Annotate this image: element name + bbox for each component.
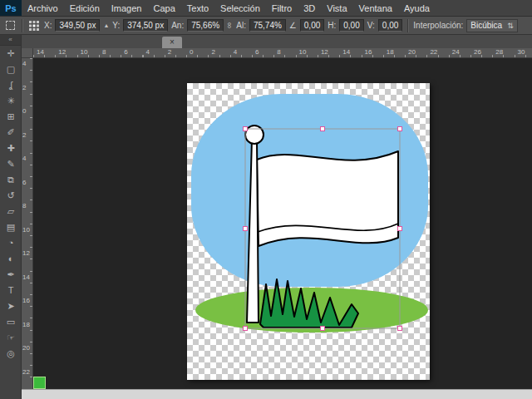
x-input[interactable]: 349,50 px: [55, 19, 100, 32]
ruler-top-number: 14: [37, 48, 44, 56]
history-brush-tool-icon: ↺: [7, 191, 14, 200]
menu-bar: Ps ArchivoEdiciónImagenCapaTextoSelecció…: [0, 0, 532, 17]
menu-item-filtro[interactable]: Filtro: [266, 0, 298, 16]
handle-top-center[interactable]: [321, 127, 325, 131]
hand-tool[interactable]: ☞: [0, 330, 22, 346]
width-input[interactable]: 75,66%: [187, 19, 224, 32]
h-skew-input[interactable]: 0,00: [339, 19, 363, 32]
path-selection-tool[interactable]: ➤: [0, 298, 22, 314]
interpolation-dropdown[interactable]: Bicúbica ⇅: [466, 19, 517, 32]
reference-point-grid: [29, 21, 39, 31]
gradient-tool[interactable]: ▤: [0, 219, 22, 235]
pole-ball: [245, 126, 264, 144]
menu-items: ArchivoEdiciónImagenCapaTextoSelecciónFi…: [22, 0, 436, 16]
eraser-tool[interactable]: ▱: [0, 204, 22, 219]
ruler-top-number: 10: [299, 48, 307, 56]
ruler-corner: [22, 48, 33, 58]
menu-item-ayuda[interactable]: Ayuda: [398, 0, 436, 16]
reference-point-locator-icon[interactable]: [27, 19, 41, 32]
transform-tool-icon: [3, 19, 17, 32]
ruler-top-number: 0: [190, 48, 193, 56]
ruler-left-number: 18: [22, 321, 30, 328]
crop-tool[interactable]: ⊞: [0, 109, 22, 125]
status-bar: [22, 389, 532, 399]
eyedropper-tool[interactable]: ✐: [0, 125, 22, 140]
ruler-left-number: 4: [22, 155, 26, 162]
ruler-left-number: 8: [22, 202, 26, 209]
lasso-tool-icon: ʆ: [9, 81, 12, 90]
height-input[interactable]: 75,74%: [249, 19, 286, 32]
menu-item-vista[interactable]: Vista: [321, 0, 352, 16]
handle-bottom-left[interactable]: [244, 327, 248, 331]
width-label: An:: [171, 21, 184, 30]
close-tab-icon[interactable]: ×: [170, 38, 175, 47]
menu-item-3d[interactable]: 3D: [298, 0, 321, 16]
ruler-left[interactable]: 420246810121416182022: [22, 58, 33, 389]
move-tool[interactable]: ✛: [0, 46, 22, 62]
handle-bottom-center[interactable]: [321, 327, 325, 331]
tools-panel-collapse-button[interactable]: «: [0, 35, 21, 46]
history-brush-tool[interactable]: ↺: [0, 188, 22, 204]
ruler-top-number: 8: [277, 48, 280, 56]
handle-middle-left[interactable]: [244, 227, 248, 231]
brush-tool[interactable]: ✎: [0, 156, 22, 172]
healing-brush-tool[interactable]: ✚: [0, 140, 22, 156]
document-canvas[interactable]: [187, 83, 430, 380]
handle-top-left[interactable]: [244, 127, 248, 131]
angle-input[interactable]: 0,00: [300, 19, 324, 32]
dodge-tool[interactable]: ◐: [0, 251, 22, 267]
artwork: [187, 83, 430, 380]
options-bar: X: 349,50 px ▲ Y: 374,50 px An: 75,66% ∞…: [0, 17, 532, 35]
v-skew-input[interactable]: 0,00: [378, 19, 402, 32]
ruler-top-number: 12: [321, 48, 328, 56]
tool-list: ✛▢ʆ✳⊞✐✚✎⧉↺▱▤◔◐✒T➤▭☞◎: [0, 46, 21, 362]
handle-bottom-right[interactable]: [398, 327, 402, 331]
menu-item-seleccin[interactable]: Selección: [214, 0, 266, 16]
shape-tool[interactable]: ▭: [0, 314, 22, 330]
ruler-top-number: 26: [474, 48, 481, 56]
path-selection-tool-icon: ➤: [7, 302, 14, 311]
menu-item-archivo[interactable]: Archivo: [22, 0, 64, 16]
move-tool-icon: ✛: [7, 49, 14, 58]
quick-selection-tool-icon: ✳: [7, 96, 14, 106]
relative-position-toggle[interactable]: ▲: [103, 22, 109, 28]
document-tab[interactable]: ×: [162, 37, 182, 48]
pen-tool[interactable]: ✒: [0, 267, 22, 283]
lasso-tool[interactable]: ʆ: [0, 77, 22, 93]
hand-tool-icon: ☞: [7, 333, 15, 342]
type-tool-icon: T: [8, 286, 14, 295]
gradient-tool-icon: ▤: [7, 223, 15, 232]
clone-stamp-tool[interactable]: ⧉: [0, 172, 22, 188]
menu-item-edicin[interactable]: Edición: [64, 0, 106, 16]
dropdown-spinner-icon: ⇅: [507, 22, 514, 30]
interpolation-label: Interpolación:: [413, 21, 463, 30]
ruler-top-number: 2: [211, 48, 214, 56]
dodge-tool-icon: ◐: [8, 254, 14, 264]
ruler-top[interactable]: 1412108642024681012141618202224262830: [33, 48, 532, 58]
v-skew-label: V:: [367, 21, 375, 30]
handle-middle-right[interactable]: [398, 227, 402, 231]
blur-tool[interactable]: ◔: [0, 235, 22, 251]
healing-brush-tool-icon: ✚: [7, 144, 14, 153]
ruler-left-number: 16: [22, 297, 30, 304]
handle-top-right[interactable]: [398, 127, 402, 131]
menu-item-imagen[interactable]: Imagen: [106, 0, 148, 16]
foreground-color-swatch[interactable]: [33, 377, 46, 389]
ruler-left-number: 20: [22, 344, 30, 352]
ruler-top-number: 12: [58, 48, 66, 56]
y-input[interactable]: 374,50 px: [123, 19, 168, 32]
menu-item-ventana[interactable]: Ventana: [353, 0, 398, 16]
zoom-tool-icon: ◎: [7, 349, 15, 358]
zoom-tool[interactable]: ◎: [0, 346, 22, 362]
link-dimensions-icon[interactable]: ∞: [225, 22, 234, 28]
menu-item-capa[interactable]: Capa: [147, 0, 180, 16]
eraser-tool-icon: ▱: [7, 207, 14, 216]
menu-item-texto[interactable]: Texto: [181, 0, 214, 16]
quick-selection-tool[interactable]: ✳: [0, 93, 22, 109]
marquee-tool[interactable]: ▢: [0, 62, 22, 77]
ruler-top-number: 20: [408, 48, 416, 56]
type-tool[interactable]: T: [0, 283, 22, 298]
blur-tool-icon: ◔: [8, 239, 14, 248]
ruler-left-number: 10: [22, 226, 30, 234]
ruler-left-number: 14: [22, 273, 30, 281]
